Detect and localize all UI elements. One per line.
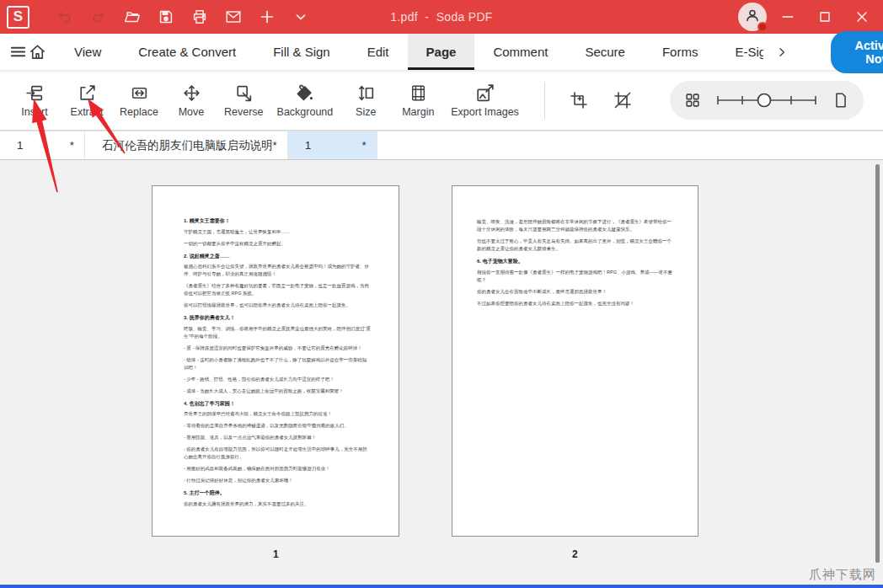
doc-paragraph: 异世界王的阴谋早已经遍布大陆，精灵女王命令你踏上抵抗势力的征途！ [184,410,371,418]
page-toolbar: InsertExtractReplaceMoveReverseBackgroun… [0,71,883,131]
chevron-down-icon[interactable] [286,3,316,30]
reverse-button[interactable]: Reverse [217,83,270,118]
zoom-slider-handle[interactable] [757,94,770,107]
single-page-icon[interactable] [832,91,850,110]
doc-paragraph: 吃饭、睡觉、学习、训练…你将用手中的精灵之蛋抚养这位最强大的英雄，陪伴他们度过“… [184,325,371,340]
move-button[interactable]: Move [165,83,217,118]
document-tab-3[interactable]: 1* [288,131,377,159]
replace-button[interactable]: Replace [113,83,165,118]
notification-badge [757,22,768,32]
tool-label: Reverse [224,106,264,118]
hamburger-menu-icon[interactable] [8,34,28,70]
tool-label: Size [356,106,376,118]
size-icon [356,83,377,104]
minimize-button[interactable] [772,3,804,31]
doc-paragraph: 睡觉、喂食、洗澡，甚至陪伴她冒险都将在非常休闲的节奏下进行，《勇者蛋生》希望带给… [477,218,672,233]
vertical-scrollbar[interactable] [875,164,880,563]
crop-icon [569,90,589,110]
soda-pdf-logo: S [7,6,29,29]
menu-item-page[interactable]: Page [408,34,475,70]
extract-button[interactable]: Extract [61,83,113,118]
tab-title: 石河伦吾的朋友们电脑版启动说明* [102,138,277,153]
doc-paragraph: - 用最好的武器和装备武装她，确保她在面对邪恶势力时能够游刃有余！ [184,465,371,473]
doc-paragraph: 相信你一直期待着一款像《勇者蛋生》一样的电子宠物游戏吧！RPG、小游戏、养成——… [477,269,672,284]
menu-item-forms[interactable]: Forms [644,34,717,70]
view-zoom-controls [670,81,864,120]
add-icon[interactable] [252,3,282,30]
document-tab-2[interactable]: 石河伦吾的朋友们电脑版启动说明* [85,131,288,159]
tool-label: Export Images [451,106,519,118]
insert-button[interactable]: Insert [8,83,61,118]
menu-item-e-sig[interactable]: E-Sig [716,34,763,70]
pdf-page-2[interactable]: 睡觉、喂食、洗澡，甚至陪伴她冒险都将在非常休闲的节奏下进行，《勇者蛋生》希望带给… [452,185,698,537]
tool-label: Insert [21,106,47,118]
titlebar: S 1.pdf - Soda PDF [0,0,883,34]
menu-overflow-chevron-icon[interactable] [763,34,797,70]
doc-paragraph: - 你的勇者女儿有自理能力范围，所以你可以随时走开处理生活中的琐碎事儿，完全不用… [184,446,371,461]
doc-heading: 3. 抚养你的勇者女儿！ [184,314,371,322]
doc-paragraph: - 少年 - 路线、打怪、性格，指引你的勇者女儿成长方向中适宜的样子吧！ [184,376,371,383]
menu-item-comment[interactable]: Comment [474,34,566,70]
document-tab-1[interactable]: 1* [0,131,85,159]
tab-title: 1 [17,139,24,152]
menu-item-fill-sign[interactable]: Fill & Sign [254,34,349,70]
activate-now-button[interactable]: Activate Now [831,31,883,73]
doc-paragraph: 《勇者蛋生》结合了多种有趣好玩的要素，它既是一款电子宠物，也是一款放置游戏，当然… [184,282,371,297]
soda-pdf-window: S 1.pdf - Soda PDF ViewCreate & ConvertF… [0,0,883,588]
crop-slash-button[interactable] [602,80,643,120]
menu-item-secure[interactable]: Secure [566,34,644,70]
menu-item-edit[interactable]: Edit [349,34,408,70]
extract-icon [77,83,98,104]
thumbnail-grid-icon[interactable] [683,91,702,110]
redo-icon[interactable] [83,3,114,30]
toolbar-divider [544,82,545,119]
pdf-page-1[interactable]: 1. 精灵女王需要你！守护精灵王国，击退黑暗魔土，让世界恢复和平……一切的一切都… [152,185,399,537]
open-file-icon[interactable] [117,3,147,30]
doc-paragraph: 你的勇者女儿拥有拯救世界的潜力，其实不需要过多的关注。 [184,500,371,508]
doc-paragraph: 你的勇者女儿会在冒险途中不断成长，最终击退邪恶拯救世界！ [477,288,672,296]
doc-paragraph: 敏感心思科幻系不会让你失望，拯救异世界的勇者女儿将会被选中吗！成为她的守护者、伙… [184,263,371,278]
user-account-button[interactable] [738,3,767,31]
tool-label: Background [277,106,334,118]
print-icon[interactable] [185,3,215,30]
menubar: ViewCreate & ConvertFill & SignEditPageC… [0,34,883,71]
background-button[interactable]: Background [270,83,340,118]
doc-paragraph: - 成体 - 当她长大成人，安心去让她踏上命运中的冒险之路，收获宝藏和荣耀！ [184,388,371,395]
save-icon[interactable] [151,3,181,30]
crop-slash-icon [613,90,633,110]
undo-icon[interactable] [50,3,80,30]
zoom-slider[interactable] [714,89,820,111]
export-images-button[interactable]: Export Images [444,83,526,118]
margin-button[interactable]: Margin [392,83,444,118]
unsaved-indicator: * [70,139,74,152]
export-images-icon [474,83,495,104]
doc-paragraph: 你可以打怪练级拯救世界，也可以陪你养大的勇者女儿待在桌面上陪你一起摸鱼。 [184,302,371,309]
size-button[interactable]: Size [340,83,392,118]
tab-title: 1 [305,139,312,152]
home-icon[interactable] [28,34,47,70]
watermark-text: 爪神下载网 [809,567,876,583]
crop-button[interactable] [559,80,599,120]
close-button[interactable] [846,3,878,31]
doc-paragraph: - 幼体 - 这时的小勇者除了满地乱跑外也干不了什么，除了玩耍嬉戏以外还会学一些… [184,356,371,372]
menu-item-create-convert[interactable]: Create & Convert [120,34,254,70]
background-icon [294,83,315,104]
email-icon[interactable] [218,3,249,30]
doc-heading: 6. 电子宠物大冒险。 [477,258,672,265]
doc-paragraph: - 蛋 - 保持温度适宜的同时也要保护它免受外界的威胁，不要让它的蛋壳在孵化前碎… [184,345,371,352]
doc-heading: 4. 也别忘了学习家园！ [184,400,371,408]
menu-item-view[interactable]: View [56,34,120,70]
doc-heading: 1. 精灵女王需要你！ [184,217,371,225]
replace-icon [129,83,150,104]
doc-paragraph: - 善用技能、道具，以及一点点运气来助你的勇者女儿披荆斩棘！ [184,434,371,441]
tool-label: Move [179,106,205,118]
doc-paragraph: - 等待着你的是来自异界各地的神秘遗迹，以及无数隐匿在暗中窥伺着的敌人们。 [184,422,371,430]
doc-paragraph: 但也不要太过于粗心，毕竟人有失足马有失蹄。如果真的出了意外，别慌，精灵女王会赠你… [477,238,672,253]
titlebar-quick-icons [50,3,316,30]
insert-icon [24,83,45,104]
maximize-button[interactable] [809,3,841,31]
bottom-accent-bar [0,585,883,588]
margin-icon [408,83,429,104]
tool-label: Replace [120,106,158,118]
doc-paragraph: - 行动过后记得好好休息，别让你的勇者女儿累坏哦！ [184,477,371,484]
